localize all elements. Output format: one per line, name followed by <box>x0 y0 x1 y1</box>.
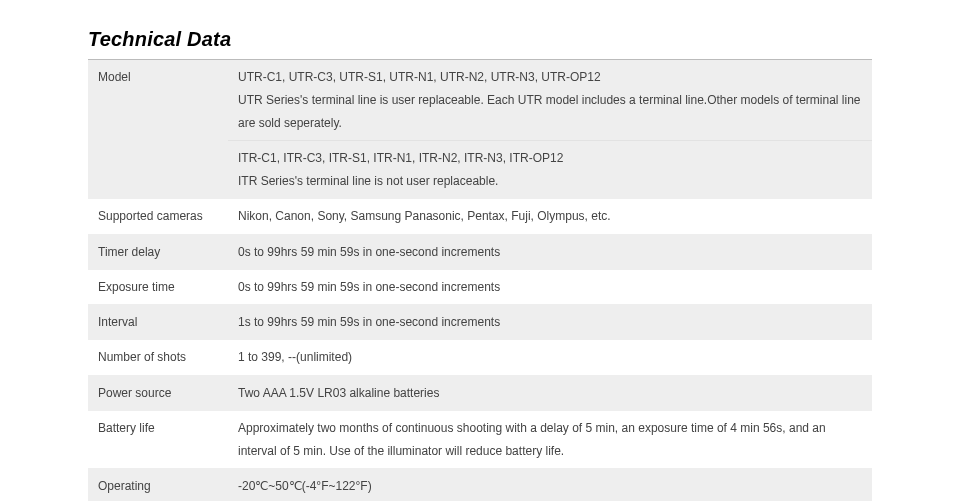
row-label: Battery life <box>88 411 228 469</box>
table-row: Interval 1s to 99hrs 59 min 59s in one-s… <box>88 305 872 340</box>
table-row: Supported cameras Nikon, Canon, Sony, Sa… <box>88 199 872 234</box>
row-value: 1s to 99hrs 59 min 59s in one-second inc… <box>228 305 872 340</box>
table-row: Number of shots 1 to 399, --(unlimited) <box>88 340 872 375</box>
row-label: Supported cameras <box>88 199 228 234</box>
table-row: Battery life Approximately two months of… <box>88 411 872 469</box>
model-utr-note: UTR Series's terminal line is user repla… <box>238 93 861 130</box>
row-value: UTR-C1, UTR-C3, UTR-S1, UTR-N1, UTR-N2, … <box>228 60 872 141</box>
spec-table: Model UTR-C1, UTR-C3, UTR-S1, UTR-N1, UT… <box>88 60 872 501</box>
row-label: Number of shots <box>88 340 228 375</box>
row-value: 0s to 99hrs 59 min 59s in one-second inc… <box>228 270 872 305</box>
model-itr-note: ITR Series's terminal line is not user r… <box>238 174 498 188</box>
row-value: ITR-C1, ITR-C3, ITR-S1, ITR-N1, ITR-N2, … <box>228 141 872 199</box>
section-title: Technical Data <box>88 28 872 60</box>
model-utr-list: UTR-C1, UTR-C3, UTR-S1, UTR-N1, UTR-N2, … <box>238 70 601 84</box>
table-row: Timer delay 0s to 99hrs 59 min 59s in on… <box>88 234 872 269</box>
table-row: Operating Temperature -20℃~50℃(-4°F~122°… <box>88 469 872 501</box>
row-label: Timer delay <box>88 234 228 269</box>
row-label: Model <box>88 60 228 199</box>
table-row: Exposure time 0s to 99hrs 59 min 59s in … <box>88 270 872 305</box>
row-label: Operating Temperature <box>88 469 228 501</box>
row-value: 1 to 399, --(unlimited) <box>228 340 872 375</box>
table-row: Power source Two AAA 1.5V LR03 alkaline … <box>88 375 872 410</box>
model-itr-list: ITR-C1, ITR-C3, ITR-S1, ITR-N1, ITR-N2, … <box>238 151 563 165</box>
row-label: Power source <box>88 375 228 410</box>
row-value: 0s to 99hrs 59 min 59s in one-second inc… <box>228 234 872 269</box>
table-row: Model UTR-C1, UTR-C3, UTR-S1, UTR-N1, UT… <box>88 60 872 141</box>
row-label: Interval <box>88 305 228 340</box>
technical-data-section: Technical Data Model UTR-C1, UTR-C3, UTR… <box>0 0 960 501</box>
row-value: Approximately two months of continuous s… <box>228 411 872 469</box>
row-label: Exposure time <box>88 270 228 305</box>
row-value: Two AAA 1.5V LR03 alkaline batteries <box>228 375 872 410</box>
row-value: Nikon, Canon, Sony, Samsung Panasonic, P… <box>228 199 872 234</box>
row-value: -20℃~50℃(-4°F~122°F) <box>228 469 872 501</box>
